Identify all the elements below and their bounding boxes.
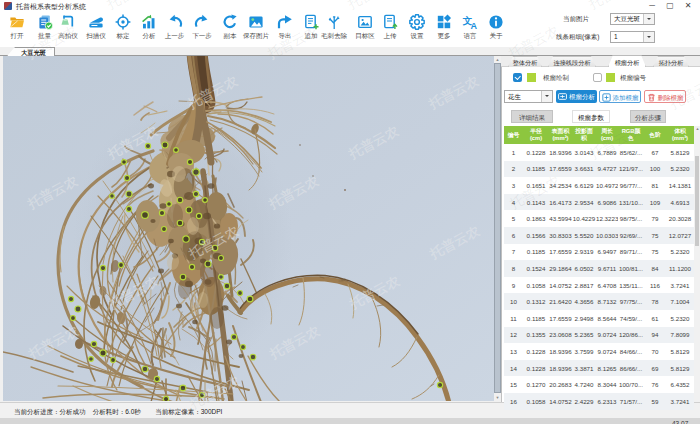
svg-text:A: A [470, 21, 477, 30]
